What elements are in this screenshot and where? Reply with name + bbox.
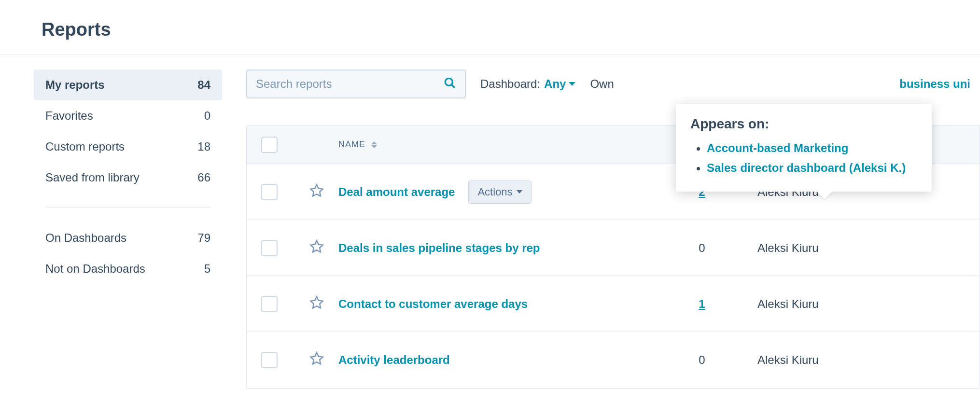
svg-marker-3 <box>311 240 323 252</box>
dashboards-count[interactable]: 1 <box>699 297 705 310</box>
popover-title: Appears on: <box>690 116 917 132</box>
svg-line-1 <box>451 84 455 88</box>
svg-marker-5 <box>311 353 323 364</box>
filter-dashboard[interactable]: Dashboard: Any <box>480 77 575 91</box>
dashboards-count: 0 <box>699 353 705 366</box>
filter-business-unit-partial[interactable]: business uni <box>899 77 970 91</box>
table-row: Activity leaderboard0Aleksi Kiuru <box>247 332 980 388</box>
sidebar-item-count: 84 <box>197 78 210 92</box>
sidebar-item-not-on-dashboards[interactable]: Not on Dashboards5 <box>34 253 222 284</box>
sidebar-item-label: Saved from library <box>45 171 140 184</box>
sidebar-item-count: 5 <box>204 262 210 276</box>
caret-down-icon <box>569 82 575 86</box>
sidebar-item-count: 18 <box>197 140 210 153</box>
search-icon <box>444 77 456 91</box>
report-name-link[interactable]: Contact to customer average days <box>338 297 528 311</box>
sidebar-item-my-reports[interactable]: My reports84 <box>34 70 222 100</box>
column-header-name[interactable]: NAME <box>338 139 646 150</box>
svg-point-0 <box>445 78 452 85</box>
popover-dashboard-link[interactable]: Sales director dashboard (Aleksi K.) <box>707 158 917 178</box>
dashboards-count: 0 <box>699 241 705 254</box>
sidebar-item-saved-from-library[interactable]: Saved from library66 <box>34 162 222 193</box>
row-checkbox[interactable] <box>261 352 278 368</box>
filter-dashboard-label: Dashboard: <box>480 77 540 91</box>
actions-button-label: Actions <box>477 186 512 198</box>
favorite-star-icon[interactable] <box>309 295 324 313</box>
table-row: Deals in sales pipeline stages by rep0Al… <box>247 220 980 276</box>
favorite-star-icon[interactable] <box>309 183 324 201</box>
svg-marker-2 <box>311 184 323 196</box>
row-checkbox[interactable] <box>261 296 278 312</box>
report-name-link[interactable]: Activity leaderboard <box>338 353 450 367</box>
sidebar-divider <box>45 208 210 208</box>
sidebar-item-custom-reports[interactable]: Custom reports18 <box>34 131 222 162</box>
filter-dashboard-value: Any <box>544 77 566 91</box>
sidebar: My reports84Favorites0Custom reports18Sa… <box>0 70 241 389</box>
report-name-link[interactable]: Deals in sales pipeline stages by rep <box>338 241 540 255</box>
sidebar-item-label: Not on Dashboards <box>45 262 145 276</box>
favorite-star-icon[interactable] <box>309 239 324 257</box>
column-header-name-label: NAME <box>338 139 365 150</box>
sidebar-item-favorites[interactable]: Favorites0 <box>34 100 222 131</box>
row-checkbox[interactable] <box>261 240 278 256</box>
caret-down-icon <box>517 190 522 194</box>
sidebar-item-label: Custom reports <box>45 140 125 153</box>
popover-dashboard-link[interactable]: Account-based Marketing <box>707 139 917 158</box>
page-header: Reports <box>0 0 980 55</box>
filter-owned-by[interactable]: Own <box>590 77 614 91</box>
row-checkbox[interactable] <box>261 184 278 200</box>
owner-name: Aleksi Kiuru <box>757 241 819 254</box>
sidebar-item-label: My reports <box>45 78 105 92</box>
select-all-checkbox[interactable] <box>261 137 278 153</box>
sidebar-item-count: 79 <box>197 231 210 245</box>
sidebar-item-count: 66 <box>197 171 210 184</box>
owner-name: Aleksi Kiuru <box>757 297 819 310</box>
sidebar-item-count: 0 <box>204 109 210 123</box>
owner-name: Aleksi Kiuru <box>757 353 819 366</box>
sidebar-item-on-dashboards[interactable]: On Dashboards79 <box>34 222 222 253</box>
sort-icon <box>371 141 377 148</box>
appears-on-popover: Appears on: Account-based MarketingSales… <box>676 104 932 192</box>
svg-marker-4 <box>311 296 323 308</box>
search-input-wrap[interactable] <box>246 70 466 98</box>
favorite-star-icon[interactable] <box>309 351 324 369</box>
filter-bar: Dashboard: Any Own business uni <box>246 70 980 98</box>
sidebar-item-label: Favorites <box>45 109 93 123</box>
sidebar-item-label: On Dashboards <box>45 231 126 245</box>
search-input[interactable] <box>256 77 444 91</box>
page-title: Reports <box>42 19 980 40</box>
filter-owned-label: Own <box>590 77 614 91</box>
table-row: Contact to customer average days1Aleksi … <box>247 276 980 332</box>
actions-button[interactable]: Actions <box>468 181 531 204</box>
report-name-link[interactable]: Deal amount average <box>338 185 455 199</box>
